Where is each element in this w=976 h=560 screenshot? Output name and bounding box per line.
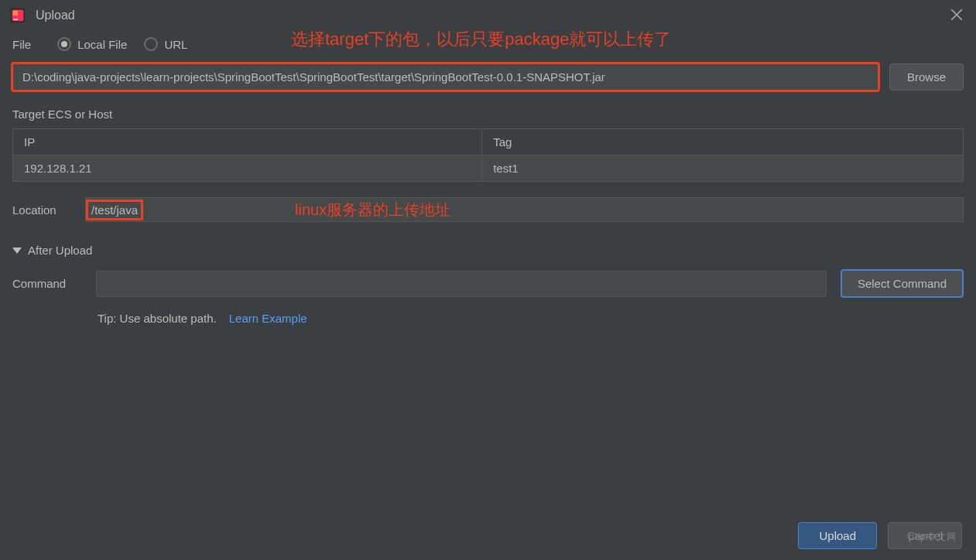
file-label: File	[12, 38, 31, 51]
radio-icon	[57, 37, 71, 51]
radio-local-file[interactable]: Local File	[57, 37, 127, 51]
table-header: IP Tag	[13, 129, 963, 155]
file-path-row: D:\coding\java-projects\learn-projects\S…	[12, 63, 964, 90]
upload-button[interactable]: Upload	[798, 522, 877, 549]
tip-row: Tip: Use absolute path. Learn Example	[98, 312, 964, 325]
after-upload-label: After Upload	[28, 244, 92, 257]
annotation-top: 选择target下的包，以后只要package就可以上传了	[291, 28, 671, 51]
cell-ip: 192.128.1.21	[13, 155, 482, 181]
select-command-button[interactable]: Select Command	[841, 269, 964, 298]
cell-tag: test1	[482, 155, 963, 181]
command-label: Command	[12, 277, 82, 290]
file-path-input[interactable]: D:\coding\java-projects\learn-projects\S…	[12, 63, 878, 90]
radio-icon	[144, 37, 158, 51]
annotation-location: linux服务器的上传地址	[295, 200, 450, 220]
svg-rect-2	[13, 11, 18, 15]
radio-url-label: URL	[164, 38, 187, 51]
dialog-footer: Upload Cancel php中文网	[798, 522, 962, 549]
intellij-icon	[9, 7, 26, 24]
browse-button[interactable]: Browse	[889, 63, 964, 90]
header-ip: IP	[13, 129, 482, 155]
file-source-radio-group: Local File URL	[57, 37, 187, 51]
location-value: /test/java	[91, 203, 138, 217]
dialog-content: File Local File URL 选择target下的包，以后只要pack…	[0, 31, 976, 337]
learn-example-link[interactable]: Learn Example	[229, 312, 307, 325]
header-tag: Tag	[482, 129, 963, 155]
after-upload-toggle[interactable]: After Upload	[12, 244, 964, 257]
dialog-title: Upload	[36, 9, 75, 22]
table-row[interactable]: 192.128.1.21 test1	[13, 155, 963, 181]
command-input[interactable]	[96, 271, 827, 297]
titlebar: Upload	[0, 0, 976, 31]
location-value-highlight: /test/java	[86, 200, 143, 220]
svg-rect-3	[14, 19, 19, 20]
command-row: Command Select Command	[12, 269, 964, 298]
radio-url[interactable]: URL	[144, 37, 187, 51]
file-source-row: File Local File URL 选择target下的包，以后只要pack…	[12, 37, 964, 51]
target-table: IP Tag 192.128.1.21 test1	[12, 128, 964, 182]
watermark: php中文网	[909, 531, 957, 544]
location-input[interactable]: /test/java linux服务器的上传地址	[85, 197, 964, 222]
target-label: Target ECS or Host	[12, 108, 964, 121]
radio-local-file-label: Local File	[77, 38, 127, 51]
location-label: Location	[12, 203, 85, 217]
tip-text: Tip: Use absolute path.	[98, 312, 217, 325]
chevron-down-icon	[12, 248, 22, 254]
close-icon[interactable]	[950, 8, 964, 22]
location-row: Location /test/java linux服务器的上传地址	[12, 197, 964, 222]
cancel-button[interactable]: Cancel php中文网	[888, 522, 962, 549]
